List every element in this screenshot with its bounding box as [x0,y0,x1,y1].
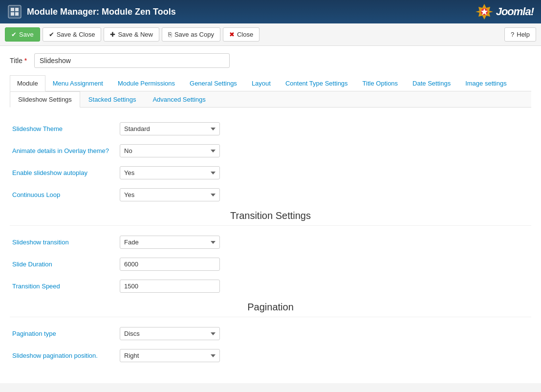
tab-image-settings[interactable]: Image settings [458,75,514,91]
close-button[interactable]: ✖ Close [223,27,260,42]
transition-speed-row: Transition Speed [10,280,531,293]
pagination-spacer [10,320,531,327]
save-close-button[interactable]: ✔ Save & Close [43,27,102,42]
enable-autoplay-label: Enable slideshow autoplay [12,169,120,176]
title-label: Title * [10,57,29,65]
tab-module-permissions[interactable]: Module Permissions [110,75,182,91]
joomla-icon [476,3,493,21]
transition-settings-title: Transition Settings [10,210,531,221]
animate-details-label: Animate details in Overlay theme? [12,147,120,154]
title-input[interactable] [34,53,230,68]
svg-rect-1 [11,8,14,11]
subtab-advanced-settings[interactable]: Advanced Settings [144,91,214,107]
transition-speed-label: Transition Speed [12,283,120,290]
svg-rect-3 [11,12,14,16]
pagination-type-select[interactable]: Discs Numbers None [120,327,220,340]
tab-title-options[interactable]: Title Options [355,75,406,91]
page-title: Module Manager: Module Zen Tools [27,7,176,17]
module-icon [7,4,22,19]
enable-autoplay-row: Enable slideshow autoplay Yes No [10,166,531,179]
title-row: Title * [10,53,531,68]
svg-rect-4 [15,12,19,16]
slide-duration-input[interactable] [120,258,220,271]
slideshow-transition-select[interactable]: Fade Slide Zoom [120,236,220,249]
joomla-logo: Joomla! [476,3,534,21]
pagination-type-label: Pagination type [12,330,120,337]
subtab-slideshow-settings[interactable]: Slideshow Settings [10,91,80,108]
tab-menu-assignment[interactable]: Menu Assignment [45,75,110,91]
tab-content-type-settings[interactable]: Content Type Settings [278,75,355,91]
required-marker: * [24,57,27,65]
header-left: Module Manager: Module Zen Tools [7,4,176,19]
save-button[interactable]: ✔ Save [5,27,40,42]
save-icon: ✔ [11,31,17,38]
app-header: Module Manager: Module Zen Tools Joomla! [0,0,541,23]
copy-icon: ⎘ [168,31,172,38]
svg-rect-0 [8,5,21,18]
slideshow-theme-select[interactable]: Standard Overlay Stacked [120,122,220,135]
tab-general-settings[interactable]: General Settings [182,75,244,91]
save-new-button[interactable]: ✚ Save & New [104,27,159,42]
pagination-type-row: Pagination type Discs Numbers None [10,327,531,340]
tab-date-settings[interactable]: Date Settings [405,75,458,91]
save-new-icon: ✚ [110,31,115,38]
transition-speed-input[interactable] [120,280,220,293]
close-label: Close [237,31,253,38]
toolbar: ✔ Save ✔ Save & Close ✚ Save & New ⎘ Sav… [0,23,541,46]
subtab-stacked-settings[interactable]: Stacked Settings [80,91,145,107]
continuous-loop-select[interactable]: Yes No [120,188,220,201]
slideshow-theme-label: Slideshow Theme [12,125,120,132]
slideshow-transition-label: Slideshow transition [12,239,120,246]
transition-settings-header: Transition Settings [10,210,531,226]
save-close-label: Save & Close [57,31,95,38]
pagination-position-select[interactable]: Right Left Center [120,349,220,362]
enable-autoplay-select[interactable]: Yes No [120,166,220,179]
save-copy-button[interactable]: ⎘ Save as Copy [162,27,220,42]
form-content: Slideshow Theme Standard Overlay Stacked… [10,117,531,376]
main-nav-tabs: Module Menu Assignment Module Permission… [10,75,531,91]
continuous-loop-label: Continuous Loop [12,191,120,198]
continuous-loop-row: Continuous Loop Yes No [10,188,531,201]
joomla-brand-text: Joomla! [496,5,534,18]
animate-details-row: Animate details in Overlay theme? No Yes [10,144,531,157]
help-button[interactable]: ? Help [504,27,536,42]
tab-module[interactable]: Module [10,75,45,91]
pagination-position-row: Slideshow pagination position. Right Lef… [10,349,531,362]
close-icon: ✖ [229,31,235,38]
help-icon: ? [511,31,514,38]
save-label: Save [19,31,34,38]
tab-layout[interactable]: Layout [244,75,278,91]
svg-rect-2 [15,8,19,11]
help-label: Help [517,31,530,38]
sub-tabs: Slideshow Settings Stacked Settings Adva… [10,91,531,108]
save-copy-label: Save as Copy [174,31,214,38]
slideshow-theme-row: Slideshow Theme Standard Overlay Stacked [10,122,531,135]
pagination-title: Pagination [10,302,531,313]
pagination-position-label: Slideshow pagination position. [12,352,120,359]
slideshow-transition-row: Slideshow transition Fade Slide Zoom [10,236,531,249]
save-close-icon: ✔ [49,31,54,38]
slide-duration-row: Slide Duration [10,258,531,271]
pagination-header: Pagination [10,302,531,317]
main-content: Title * Module Menu Assignment Module Pe… [0,46,541,383]
save-new-label: Save & New [118,31,153,38]
animate-details-select[interactable]: No Yes [120,144,220,157]
transition-spacer [10,228,531,236]
slide-duration-label: Slide Duration [12,261,120,268]
